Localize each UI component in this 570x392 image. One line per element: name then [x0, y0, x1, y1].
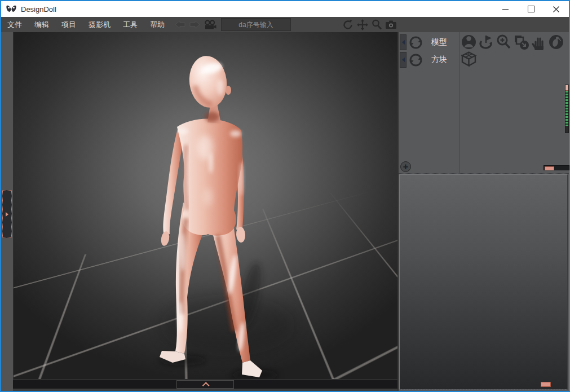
bottom-strip: [13, 389, 397, 391]
zoom-view-icon[interactable]: [372, 19, 382, 30]
menu-project[interactable]: 项目: [55, 17, 82, 32]
close-icon: [553, 6, 559, 12]
designdoll-logo-icon: [6, 5, 17, 14]
triangle-left-icon: [402, 58, 405, 62]
chevron-right-icon: [6, 212, 8, 217]
add-item-button[interactable]: +: [400, 161, 411, 172]
item-label: 模型: [431, 37, 447, 47]
vertical-slider[interactable]: [565, 85, 569, 133]
3d-viewport[interactable]: [13, 32, 398, 379]
slider-green-track: [565, 91, 568, 126]
rotate-circle-icon[interactable]: [408, 52, 423, 68]
redo-arrow-icon[interactable]: [189, 20, 201, 29]
left-drawer-tab[interactable]: [2, 190, 12, 238]
maximize-button[interactable]: [518, 1, 544, 17]
list-item-block[interactable]: 方块: [400, 52, 447, 68]
rotate-circle-icon[interactable]: [408, 35, 423, 50]
hand-pan-icon[interactable]: [531, 34, 547, 50]
undo-arrow-icon[interactable]: [174, 20, 186, 29]
rotate-view-icon[interactable]: [342, 19, 354, 30]
maximize-icon: [528, 6, 534, 12]
panel-divider: [459, 32, 460, 173]
menu-help[interactable]: 帮助: [144, 17, 171, 32]
window-title: DesignDoll: [21, 5, 56, 14]
triangle-left-icon: [402, 40, 405, 45]
collapse-button[interactable]: [400, 52, 406, 68]
designdoll-window: DesignDoll 文件 编辑 项目 摄影机 工具 帮助: [0, 0, 570, 392]
close-button[interactable]: [544, 1, 569, 17]
figure-select-icon[interactable]: [461, 34, 477, 50]
foot-ground-icon[interactable]: [548, 34, 564, 50]
menu-tools[interactable]: 工具: [117, 17, 144, 32]
item-label: 方块: [431, 55, 447, 65]
menu-bar: 文件 编辑 项目 摄影机 工具 帮助: [1, 17, 569, 32]
video-camera-icon[interactable]: [204, 20, 216, 30]
zoom-plus-icon[interactable]: [496, 34, 512, 50]
menu-edit[interactable]: 编辑: [28, 17, 55, 32]
expand-panel-button[interactable]: [176, 380, 234, 389]
list-item-model[interactable]: 模型: [400, 34, 447, 50]
viewport-bottom-bar: [13, 379, 397, 389]
duplicate-move-icon[interactable]: [513, 34, 529, 50]
scene-object-list: 模型 方块: [399, 32, 569, 174]
properties-panel: [399, 174, 568, 390]
mannequin-figure[interactable]: [14, 32, 398, 379]
scrollbar-thumb[interactable]: [545, 166, 554, 170]
menu-camera[interactable]: 摄影机: [82, 17, 117, 32]
minimize-button[interactable]: [493, 1, 518, 17]
collapse-button[interactable]: [400, 34, 406, 50]
rotate-pin-icon[interactable]: [478, 34, 494, 50]
horizontal-scrollbar[interactable]: [544, 165, 569, 170]
pan-view-icon[interactable]: [357, 19, 368, 30]
minimize-icon: [502, 9, 509, 10]
screenshot-camera-icon[interactable]: [385, 20, 397, 29]
right-panel: 模型 方块: [397, 32, 569, 391]
left-side-strip: [1, 32, 14, 391]
cube-icon[interactable]: [461, 51, 477, 67]
workspace: 模型 方块: [1, 32, 569, 391]
serial-number-input[interactable]: [221, 18, 291, 31]
title-bar: DesignDoll: [1, 1, 569, 17]
menu-file[interactable]: 文件: [1, 17, 28, 32]
scrollbar-thumb[interactable]: [541, 382, 551, 387]
slider-knob[interactable]: [565, 85, 568, 91]
